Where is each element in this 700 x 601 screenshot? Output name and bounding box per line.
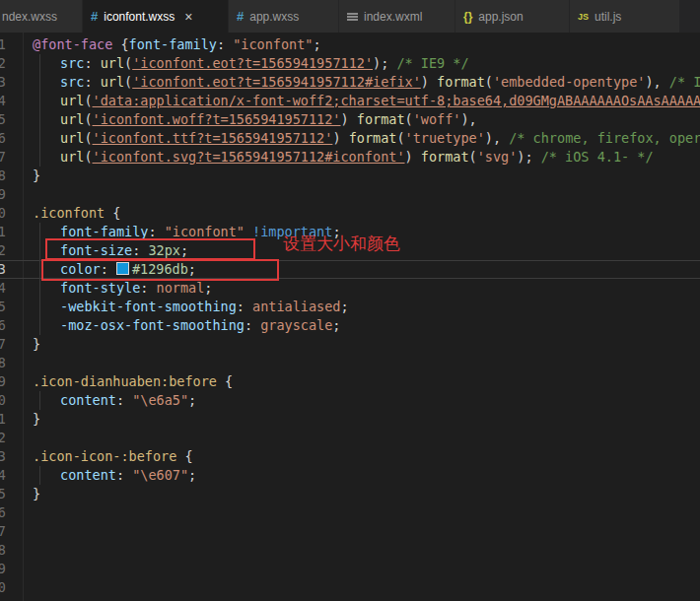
code-line-18[interactable] — [0, 354, 700, 372]
annotation-text: 设置大小和颜色 — [283, 233, 400, 255]
code-line-1[interactable]: @font-face {font-family: "iconfont"; — [0, 35, 700, 54]
code-token: : — [116, 467, 132, 483]
code-token: ) — [341, 111, 357, 127]
code-token: ( — [124, 74, 132, 90]
code-token: font-family — [60, 224, 148, 239]
code-token: .icon-dianhuaben:before — [33, 373, 217, 389]
line-number: 22 — [0, 429, 6, 447]
tab-label: app.wxss — [249, 10, 299, 24]
code-token: -moz-osx-font-smoothing — [60, 317, 245, 333]
code-token: ( — [469, 149, 477, 165]
code-token: ) — [405, 149, 421, 165]
code-token: ; — [188, 392, 196, 408]
code-token: ( — [84, 130, 92, 146]
code-token: @font-face — [33, 36, 112, 52]
code-token: font-family — [129, 36, 217, 52]
code-token: { — [105, 205, 120, 221]
code-token: ; — [332, 317, 340, 333]
code-token: url — [60, 149, 84, 165]
code-line-26[interactable] — [0, 503, 700, 522]
code-lines: @font-face {font-family: "iconfont";src:… — [0, 35, 700, 597]
line-number-gutter: 1234567891011121314151617181920212223242… — [0, 35, 6, 597]
line-number: 7 — [0, 148, 6, 167]
code-line-3[interactable]: src: url('iconfont.eot?t=1565941957112#i… — [0, 73, 700, 92]
code-token: "iconfont" — [165, 224, 245, 239]
tab-util-js[interactable]: JSutil.js — [570, 0, 680, 33]
json-file-icon: {} — [463, 10, 472, 24]
code-line-9[interactable] — [0, 185, 700, 204]
wxml-file-icon — [347, 12, 358, 22]
code-token: { — [217, 373, 233, 389]
code-token: 'svg' — [477, 149, 518, 165]
code-line-8[interactable]: } — [0, 167, 700, 185]
code-token: .iconfont — [33, 205, 105, 221]
code-line-23[interactable]: .icon-icon-:before { — [0, 447, 700, 466]
tab-iconfont-wxss[interactable]: #iconfont.wxss× — [83, 0, 229, 33]
code-token: normal — [157, 280, 205, 296]
code-line-22[interactable] — [0, 429, 700, 447]
close-tab-icon[interactable]: × — [184, 10, 192, 24]
tab-ndex-wxss[interactable]: ndex.wxss — [0, 0, 83, 33]
vscode-window: ndex.wxss#iconfont.wxss×#app.wxssindex.w… — [0, 0, 700, 601]
code-token: ); — [517, 149, 540, 165]
code-token: ), — [460, 111, 476, 127]
line-number: 11 — [0, 223, 6, 241]
code-token: ) — [421, 74, 437, 90]
code-token: format — [421, 149, 469, 165]
line-number: 26 — [0, 503, 6, 522]
code-token: : — [237, 299, 252, 314]
code-line-17[interactable]: } — [0, 335, 700, 354]
code-token: ; — [188, 467, 196, 483]
tab-index-wxml[interactable]: index.wxml — [339, 0, 455, 33]
line-number: 24 — [0, 466, 6, 485]
code-line-2[interactable]: src: url('iconfont.eot?t=1565941957112')… — [0, 54, 700, 73]
code-line-15[interactable]: -webkit-font-smoothing: antialiased; — [0, 298, 700, 316]
code-line-10[interactable]: .iconfont { — [0, 204, 700, 223]
line-number: 19 — [0, 372, 6, 391]
line-number: 14 — [0, 279, 6, 298]
code-token: : — [84, 74, 100, 90]
code-line-14[interactable]: font-style: normal; — [0, 279, 700, 298]
code-line-4[interactable]: url('data:application/x-font-woff2;chars… — [0, 92, 700, 110]
code-line-24[interactable]: content: "\e607"; — [0, 466, 700, 485]
code-token: /* chrome, firefox, opera, Safari — [509, 130, 700, 146]
code-line-27[interactable] — [0, 522, 700, 541]
code-line-7[interactable]: url('iconfont.svg?t=1565941957112#iconfo… — [0, 148, 700, 167]
code-token: .icon-icon-:before — [33, 448, 176, 464]
code-token: ( — [84, 93, 92, 108]
tab-app-wxss[interactable]: #app.wxss — [229, 0, 339, 33]
code-token: /* IE9 */ — [396, 55, 468, 71]
line-number: 27 — [0, 522, 6, 541]
line-number: 23 — [0, 447, 6, 466]
code-token: src — [60, 74, 84, 90]
code-token: : — [116, 392, 132, 408]
annotation-box-font-size — [45, 238, 255, 260]
code-line-25[interactable]: } — [0, 485, 700, 503]
code-token: ); — [373, 55, 396, 71]
code-line-29[interactable] — [0, 560, 700, 578]
tab-label: index.wxml — [364, 10, 422, 24]
code-token: } — [33, 167, 40, 183]
code-line-30[interactable] — [0, 578, 700, 597]
line-number: 9 — [0, 185, 6, 204]
code-line-28[interactable] — [0, 541, 700, 560]
code-editor[interactable]: @font-face {font-family: "iconfont";src:… — [0, 33, 700, 601]
code-line-6[interactable]: url('iconfont.ttf?t=1565941957112') form… — [0, 129, 700, 148]
code-token: ; — [340, 299, 348, 314]
code-line-16[interactable]: -moz-osx-font-smoothing: grayscale; — [0, 316, 700, 335]
css-file-icon: # — [237, 9, 244, 24]
code-token: ( — [405, 111, 413, 127]
tab-app-json[interactable]: {}app.json — [455, 0, 570, 33]
line-number: 10 — [0, 204, 6, 223]
code-token: content — [60, 467, 116, 483]
code-token: : — [84, 55, 100, 71]
code-line-21[interactable]: } — [0, 410, 700, 429]
code-line-20[interactable]: content: "\e6a5"; — [0, 391, 700, 410]
code-line-5[interactable]: url('iconfont.woff?t=1565941957112') for… — [0, 110, 700, 129]
line-number: 2 — [0, 54, 6, 73]
line-number: 15 — [0, 298, 6, 316]
line-number: 5 — [0, 110, 6, 129]
line-number: 4 — [0, 92, 6, 110]
code-token: 'iconfont.eot?t=1565941957112#iefix' — [132, 74, 421, 90]
code-line-19[interactable]: .icon-dianhuaben:before { — [0, 372, 700, 391]
